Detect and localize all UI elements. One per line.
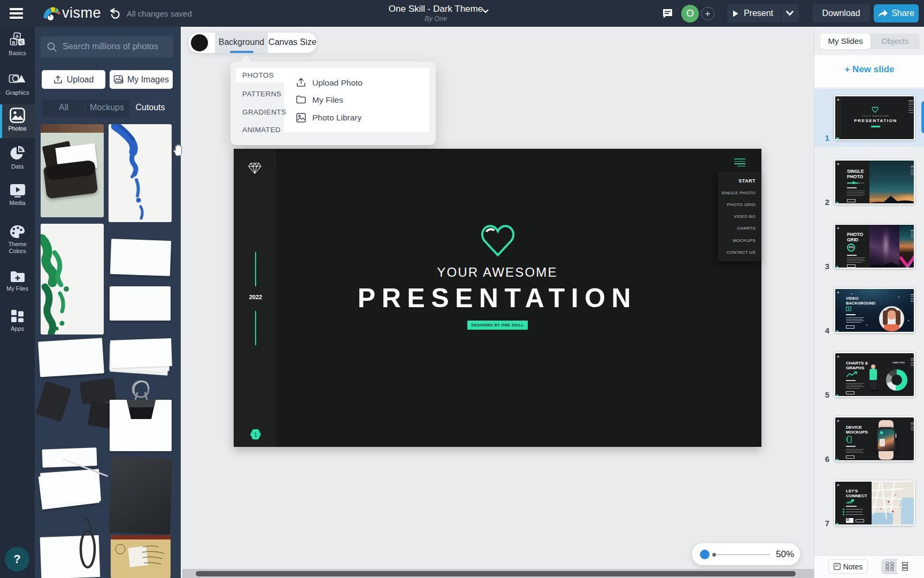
svg-text:1: 1: [254, 432, 257, 438]
svg-text:A: A: [15, 34, 19, 39]
svg-text:B: B: [12, 40, 15, 45]
svg-text:C: C: [19, 40, 23, 45]
